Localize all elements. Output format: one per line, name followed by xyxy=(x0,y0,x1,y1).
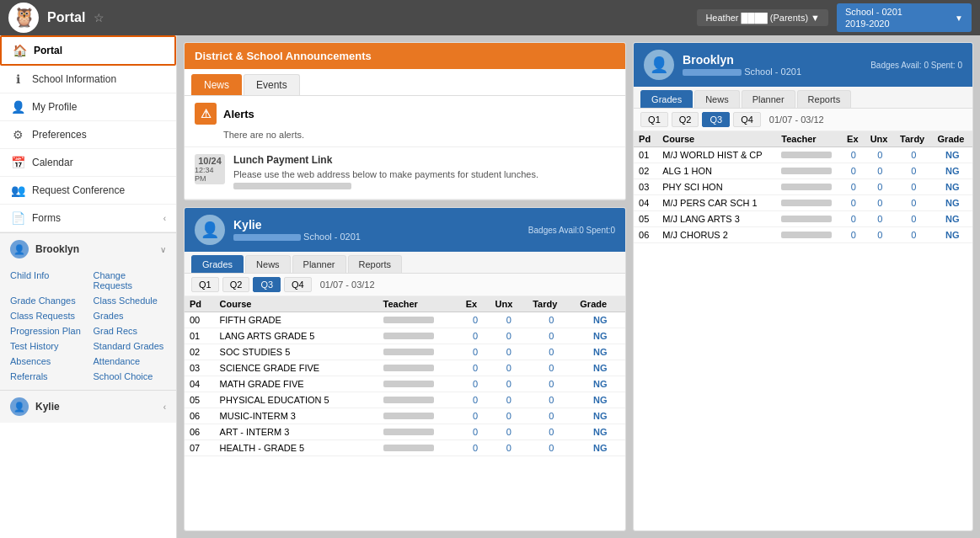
kylie-table-row[interactable]: 06 ART - INTERM 3 0 0 0 NG xyxy=(185,424,625,440)
kylie-table-row[interactable]: 00 FIFTH GRADE 0 0 0 NG xyxy=(185,312,625,328)
kylie-row-unx: 0 xyxy=(490,408,527,424)
brooklyn-q4[interactable]: Q4 xyxy=(733,112,761,127)
brooklyn-row-tardy: 0 xyxy=(895,211,932,227)
left-panel: District & School Announcements News Eve… xyxy=(184,42,626,531)
brooklyn-panel-avatar: 👤 xyxy=(644,50,674,80)
kylie-table-row[interactable]: 05 PHYSICAL EDUCATION 5 0 0 0 NG xyxy=(185,392,625,408)
brooklyn-row-teacher xyxy=(776,195,842,211)
school-selector[interactable]: School - 0201 2019-2020 ▼ xyxy=(837,3,972,32)
brooklyn-tab-grades[interactable]: Grades xyxy=(640,90,693,108)
brooklyn-link-child-info[interactable]: Child Info xyxy=(7,269,87,292)
brooklyn-header[interactable]: 👤 Brooklyn ∨ xyxy=(0,233,176,265)
kylie-row-teacher xyxy=(378,312,461,328)
brooklyn-table-row[interactable]: 06 M/J CHORUS 2 0 0 0 NG xyxy=(634,227,972,243)
sidebar-item-calendar[interactable]: 📅 Calendar xyxy=(0,149,176,177)
brooklyn-row-ex: 0 xyxy=(842,163,865,179)
brooklyn-table-row[interactable]: 04 M/J PERS CAR SCH 1 0 0 0 NG xyxy=(634,195,972,211)
kylie-tab-news[interactable]: News xyxy=(245,255,291,273)
alerts-section: ⚠ Alerts There are no alerts. xyxy=(185,96,625,147)
kylie-tab-grades[interactable]: Grades xyxy=(191,255,244,273)
announcement-link[interactable] xyxy=(233,183,351,189)
info-icon: ℹ xyxy=(10,72,25,86)
kylie-table-row[interactable]: 01 LANG ARTS GRADE 5 0 0 0 NG xyxy=(185,328,625,344)
kylie-row-teacher xyxy=(378,408,461,424)
brooklyn-panel-name: Brooklyn xyxy=(683,53,862,67)
brooklyn-link-school-choice[interactable]: School Choice xyxy=(90,370,170,383)
kylie-row-teacher xyxy=(378,360,461,376)
brooklyn-link-change-requests[interactable]: Change Requests xyxy=(90,269,170,292)
brooklyn-row-grade: NG xyxy=(933,179,972,195)
brooklyn-link-absences[interactable]: Absences xyxy=(7,354,87,368)
brooklyn-q3[interactable]: Q3 xyxy=(702,112,730,127)
kylie-row-course: MUSIC-INTERM 3 xyxy=(215,408,378,424)
brooklyn-link-grad-recs[interactable]: Grad Recs xyxy=(90,324,170,338)
kylie-row-pd: 03 xyxy=(185,360,215,376)
brooklyn-link-attendance[interactable]: Attendance xyxy=(90,354,170,368)
brooklyn-table-row[interactable]: 05 M/J LANG ARTS 3 0 0 0 NG xyxy=(634,211,972,227)
tab-news[interactable]: News xyxy=(191,74,242,95)
kylie-row-pd: 07 xyxy=(185,440,215,456)
brooklyn-link-grade-changes[interactable]: Grade Changes xyxy=(7,294,87,307)
favorite-icon[interactable]: ☆ xyxy=(94,11,104,24)
kylie-table-row[interactable]: 02 SOC STUDIES 5 0 0 0 NG xyxy=(185,344,625,360)
sidebar-item-forms[interactable]: 📄 Forms ‹ xyxy=(0,205,176,232)
brooklyn-grades-table: Pd Course Teacher Ex Unx Tardy Grade 01 … xyxy=(634,131,972,243)
kylie-q2[interactable]: Q2 xyxy=(222,277,250,292)
main-layout: 🏠 Portal ℹ School Information 👤 My Profi… xyxy=(0,35,980,538)
brooklyn-grades-container: Pd Course Teacher Ex Unx Tardy Grade 01 … xyxy=(634,131,972,243)
tab-events[interactable]: Events xyxy=(244,74,300,95)
kylie-table-row[interactable]: 04 MATH GRADE FIVE 0 0 0 NG xyxy=(185,376,625,392)
kylie-tab-planner[interactable]: Planner xyxy=(292,255,346,273)
kylie-row-unx: 0 xyxy=(490,344,527,360)
brooklyn-q2[interactable]: Q2 xyxy=(672,112,699,127)
sidebar-item-school-information[interactable]: ℹ School Information xyxy=(0,66,176,93)
sidebar-item-portal[interactable]: 🏠 Portal xyxy=(0,35,176,66)
brooklyn-table-row[interactable]: 01 M/J WORLD HIST & CP 0 0 0 NG xyxy=(634,147,972,163)
kylie-table-row[interactable]: 03 SCIENCE GRADE FIVE 0 0 0 NG xyxy=(185,360,625,376)
brooklyn-link-standard-grades[interactable]: Standard Grades xyxy=(90,339,170,353)
kylie-table-row[interactable]: 06 MUSIC-INTERM 3 0 0 0 NG xyxy=(185,408,625,424)
right-panel: 👤 Brooklyn School - 0201 Badges Avail: 0… xyxy=(633,42,973,531)
kylie-tab-reports[interactable]: Reports xyxy=(348,255,403,273)
kylie-row-grade: NG xyxy=(575,376,625,392)
sidebar-item-preferences[interactable]: ⚙ Preferences xyxy=(0,121,176,149)
sidebar-item-request-conference[interactable]: 👥 Request Conference xyxy=(0,177,176,205)
brooklyn-link-class-schedule[interactable]: Class Schedule xyxy=(90,294,170,307)
user-menu[interactable]: Heather ████ (Parents) ▼ xyxy=(697,9,828,26)
kylie-row-tardy: 0 xyxy=(527,392,575,408)
brooklyn-row-unx: 0 xyxy=(865,163,895,179)
kylie-panel-name: Kylie xyxy=(233,218,520,232)
brooklyn-q1[interactable]: Q1 xyxy=(640,112,668,127)
brooklyn-link-progression-plan[interactable]: Progression Plan xyxy=(7,324,87,338)
brooklyn-badges: Badges Avail: 0 Spent: 0 xyxy=(870,61,962,70)
brooklyn-link-test-history[interactable]: Test History xyxy=(7,339,87,353)
kylie-q3[interactable]: Q3 xyxy=(253,277,281,292)
brooklyn-tab-planner[interactable]: Planner xyxy=(742,90,795,108)
kylie-name: Kylie xyxy=(35,401,60,413)
kylie-row-course: PHYSICAL EDUCATION 5 xyxy=(215,392,378,408)
kylie-th-teacher: Teacher xyxy=(378,296,461,312)
kylie-q4[interactable]: Q4 xyxy=(284,277,312,292)
brooklyn-row-unx: 0 xyxy=(865,179,895,195)
brooklyn-table-row[interactable]: 03 PHY SCI HON 0 0 0 NG xyxy=(634,179,972,195)
brooklyn-links: Child Info Change Requests Grade Changes… xyxy=(0,265,176,390)
announcements-title: District & School Announcements xyxy=(195,50,372,62)
brooklyn-tab-news[interactable]: News xyxy=(694,90,740,108)
kylie-table-row[interactable]: 07 HEALTH - GRADE 5 0 0 0 NG xyxy=(185,440,625,456)
home-icon: 🏠 xyxy=(12,44,27,57)
brooklyn-tab-reports[interactable]: Reports xyxy=(797,90,852,108)
sidebar-item-my-profile[interactable]: 👤 My Profile xyxy=(0,93,176,121)
brooklyn-th-pd: Pd xyxy=(634,131,657,147)
brooklyn-link-class-requests[interactable]: Class Requests xyxy=(7,309,87,322)
brooklyn-row-course: M/J WORLD HIST & CP xyxy=(657,147,776,163)
kylie-header[interactable]: 👤 Kylie ‹ xyxy=(0,391,176,423)
brooklyn-link-referrals[interactable]: Referrals xyxy=(7,370,87,383)
brooklyn-row-unx: 0 xyxy=(865,227,895,243)
kylie-row-tardy: 0 xyxy=(527,328,575,344)
kylie-date-range: 01/07 - 03/12 xyxy=(320,280,375,290)
brooklyn-table-row[interactable]: 02 ALG 1 HON 0 0 0 NG xyxy=(634,163,972,179)
brooklyn-link-grades[interactable]: Grades xyxy=(90,309,170,322)
brooklyn-panel-info: Brooklyn School - 0201 xyxy=(683,53,862,77)
kylie-q1[interactable]: Q1 xyxy=(191,277,219,292)
alert-icon: ⚠ xyxy=(195,103,217,125)
